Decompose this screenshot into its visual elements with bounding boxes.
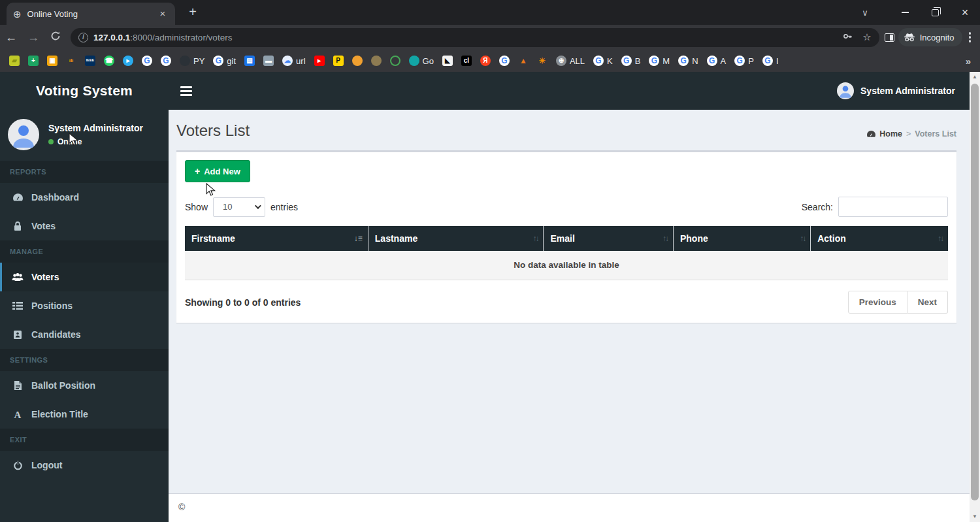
- dashboard-icon: [866, 130, 876, 139]
- password-key-icon[interactable]: [842, 31, 853, 44]
- google-icon: G: [142, 56, 152, 66]
- column-header-firstname[interactable]: Firstname↓≡: [185, 226, 368, 251]
- photos-icon: ▣: [47, 56, 57, 66]
- bookmarks-overflow-icon[interactable]: »: [966, 56, 971, 67]
- browser-menu-icon[interactable]: [969, 32, 972, 42]
- restore-button[interactable]: [920, 0, 950, 25]
- bookmark-sheets[interactable]: +: [28, 56, 39, 66]
- sidebar-item-dashboard[interactable]: Dashboard: [0, 183, 169, 212]
- previous-button[interactable]: Previous: [848, 291, 907, 314]
- scroll-down-icon[interactable]: ▼: [970, 512, 980, 522]
- sidebar-item-votes[interactable]: Votes: [0, 212, 169, 240]
- incognito-label: Incognito: [920, 33, 955, 42]
- bookmark-analytics[interactable]: ılı: [66, 56, 76, 66]
- bookmark-cl-badge[interactable]: cl: [461, 56, 472, 66]
- window-controls: ∨ ×: [852, 0, 980, 25]
- bookmark-google-n[interactable]: GN: [678, 56, 698, 66]
- bookmark-film[interactable]: ▤: [244, 56, 255, 66]
- entries-label: entries: [270, 202, 298, 212]
- bookmark-p-badge[interactable]: P: [333, 56, 344, 66]
- bookmark-label: ALL: [570, 56, 585, 66]
- bookmark-google-m[interactable]: GM: [649, 56, 670, 66]
- sidebar-item-voters[interactable]: Voters: [0, 263, 169, 291]
- browser-tab[interactable]: ⊕ Online Voting ×: [7, 3, 175, 25]
- bookmark-telegram[interactable]: ▸: [123, 56, 133, 66]
- column-header-lastname[interactable]: Lastname↑↓: [368, 226, 544, 251]
- bookmark-google-b[interactable]: GB: [621, 56, 641, 66]
- next-button[interactable]: Next: [907, 291, 948, 314]
- sidebar-item-logout[interactable]: Logout: [0, 451, 169, 480]
- sidebar-item-label: Logout: [31, 460, 62, 470]
- scrollbar-thumb[interactable]: [971, 84, 979, 500]
- side-panel-icon[interactable]: [885, 33, 894, 42]
- sort-icon: ↑↓: [938, 234, 943, 243]
- screen: ⊕ Online Voting × + ∨ × ← → i 127.0.0.1:…: [0, 0, 980, 522]
- bookmark-star-icon[interactable]: ☆: [862, 31, 871, 43]
- bookmark-google-p[interactable]: GP: [734, 56, 754, 66]
- content-area: Voters List Home > Voters List + Add New: [169, 110, 970, 522]
- bookmark-movie-camera[interactable]: [352, 56, 363, 66]
- google-m-icon: G: [649, 56, 659, 66]
- bookmark-youtube[interactable]: ▸: [314, 56, 325, 66]
- page-length-value: 10: [223, 202, 232, 212]
- bookmark-cart[interactable]: [371, 56, 382, 66]
- bookmark-sun[interactable]: ☀: [537, 56, 547, 66]
- all-globe-icon: ⊕: [556, 56, 566, 66]
- bookmark-yandex[interactable]: Я: [480, 56, 491, 66]
- bookmark-briefcase[interactable]: ▬: [263, 56, 274, 66]
- bookmark-google[interactable]: G: [161, 56, 171, 66]
- forward-icon[interactable]: →: [22, 31, 44, 44]
- page-length-select[interactable]: 10: [213, 197, 265, 217]
- bookmark-ieee[interactable]: IEEE: [85, 56, 95, 66]
- add-new-button[interactable]: + Add New: [185, 160, 250, 182]
- search-input[interactable]: [838, 197, 948, 217]
- bookmark-eagle-doc[interactable]: ◣: [442, 56, 453, 66]
- back-icon[interactable]: ←: [0, 31, 22, 44]
- reload-icon[interactable]: [44, 31, 67, 44]
- bookmark-github[interactable]: PY: [180, 56, 204, 66]
- column-header-phone[interactable]: Phone↑↓: [673, 226, 810, 251]
- sidebar-item-ballot-position[interactable]: Ballot Position: [0, 371, 169, 400]
- sidebar-item-label: Candidates: [31, 329, 80, 340]
- sidebar-item-positions[interactable]: Positions: [0, 291, 169, 320]
- new-tab-button[interactable]: +: [184, 4, 201, 21]
- column-header-email[interactable]: Email↑↓: [544, 226, 674, 251]
- bookmark-all-globe[interactable]: ⊕ALL: [556, 56, 585, 66]
- minimize-button[interactable]: [890, 0, 920, 25]
- bookmark-google[interactable]: G: [142, 56, 152, 66]
- column-header-action[interactable]: Action↑↓: [811, 226, 948, 251]
- bookmark-google[interactable]: G: [499, 56, 510, 66]
- sidebar-item-election-title[interactable]: AElection Title: [0, 400, 169, 429]
- navbar-user-menu[interactable]: System Administrator: [837, 82, 955, 99]
- plus-icon: +: [195, 166, 200, 176]
- font-icon: A: [12, 410, 24, 419]
- bookmark-go-site[interactable]: Go: [409, 56, 434, 66]
- breadcrumb-separator: >: [906, 129, 911, 139]
- bookmark-photos[interactable]: ▣: [47, 56, 57, 66]
- incognito-badge: Incognito: [898, 28, 962, 46]
- sort-icon: ↑↓: [662, 234, 668, 243]
- bookmark-google-k[interactable]: GK: [593, 56, 613, 66]
- show-label: Show: [185, 202, 208, 212]
- sidebar-item-candidates[interactable]: Candidates: [0, 320, 169, 349]
- matlab-icon: ▲: [518, 56, 529, 66]
- scroll-up-icon[interactable]: ▲: [970, 72, 980, 82]
- bookmark-google-git[interactable]: Ggit: [213, 56, 236, 66]
- tab-search-icon[interactable]: ∨: [852, 0, 878, 25]
- tab-close-icon[interactable]: ×: [157, 8, 169, 20]
- bookmark-url-shortener[interactable]: ☁url: [282, 56, 305, 66]
- mouse-cursor: [206, 183, 218, 197]
- page-scrollbar[interactable]: ▲ ▼: [970, 72, 980, 522]
- sidebar-toggle-icon[interactable]: [180, 86, 192, 96]
- column-label: Firstname: [191, 233, 235, 244]
- close-button[interactable]: ×: [950, 0, 980, 25]
- breadcrumb-home[interactable]: Home: [866, 129, 902, 139]
- bookmark-matlab[interactable]: ▲: [518, 56, 529, 66]
- bookmark-whatsapp[interactable]: ☎: [104, 56, 114, 66]
- address-bar[interactable]: i 127.0.0.1:8000/administrator/voters ☆: [71, 28, 879, 47]
- bookmark-ring[interactable]: [390, 56, 400, 66]
- bookmark-kami[interactable]: ▰: [9, 56, 20, 66]
- bookmark-google-i[interactable]: GI: [762, 56, 779, 66]
- site-info-icon[interactable]: i: [78, 33, 88, 42]
- bookmark-google-a[interactable]: GA: [707, 56, 727, 66]
